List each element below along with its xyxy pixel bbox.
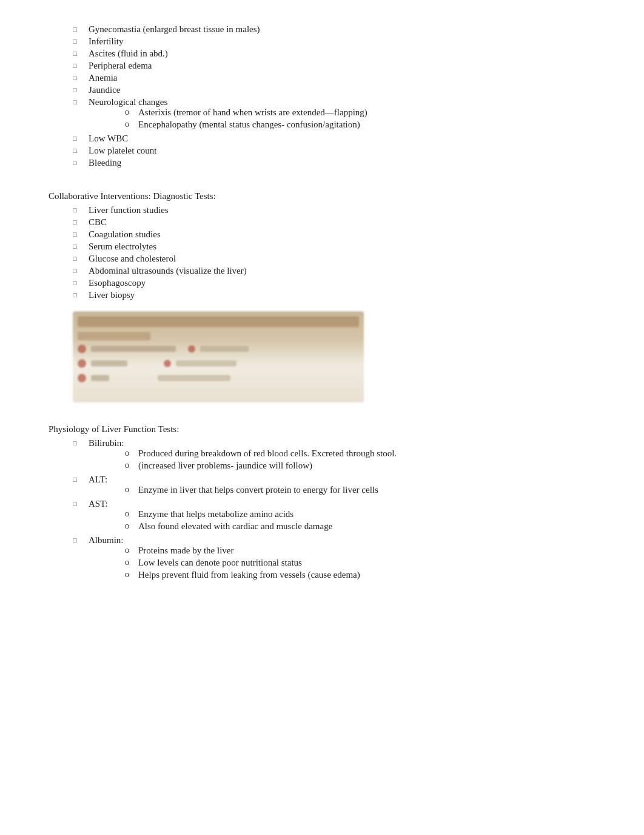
list-item: □ Serum electrolytes <box>49 242 595 252</box>
item-text: Serum electrolytes <box>89 242 156 252</box>
item-text: Peripheral edema <box>89 61 152 71</box>
sub-item-text: Produced during breakdown of red blood c… <box>138 448 397 459</box>
bullet-icon: □ <box>73 279 84 286</box>
sub-list-item: o Proteins made by the liver <box>89 546 360 556</box>
bullet-icon: □ <box>73 439 84 447</box>
item-text: CBC <box>89 217 107 228</box>
item-label: AST: <box>89 499 332 509</box>
list-item: □ Peripheral edema <box>49 61 595 71</box>
list-item: □ Neurological changes o Asterixis (trem… <box>49 97 595 132</box>
top-list-section: □ Gynecomastia (enlarged breast tissue i… <box>49 24 595 168</box>
list-item: □ Jaundice <box>49 85 595 95</box>
sub-bullet-icon: o <box>125 570 133 580</box>
sub-bullet-icon: o <box>125 107 133 117</box>
sub-list-item: o (increased liver problems- jaundice wi… <box>89 461 397 471</box>
item-label: ALT: <box>89 475 378 485</box>
collab-heading: Collaborative Interventions: Diagnostic … <box>49 191 595 201</box>
sub-list-item: o Enzyme that helps metabolize amino aci… <box>89 509 332 519</box>
bullet-icon: □ <box>73 243 84 250</box>
sub-bullet-icon: o <box>125 120 133 129</box>
list-item: □ Liver function studies <box>49 205 595 215</box>
list-item: □ CBC <box>49 217 595 228</box>
sub-bullet-icon: o <box>125 509 133 519</box>
bullet-icon: □ <box>73 218 84 226</box>
item-text: Liver biopsy <box>89 290 135 300</box>
sub-item-text: (increased liver problems- jaundice will… <box>138 461 312 471</box>
blurred-dot-icon <box>188 345 195 353</box>
bullet-icon: □ <box>73 62 84 69</box>
collab-section: Collaborative Interventions: Diagnostic … <box>49 191 595 300</box>
bullet-icon: □ <box>73 86 84 93</box>
sub-bullet-icon: o <box>125 558 133 567</box>
sub-item-text: Asterixis (tremor of hand when wrists ar… <box>138 107 367 118</box>
bullet-icon: □ <box>73 159 84 166</box>
item-text: Low platelet count <box>89 146 156 156</box>
item-text: Low WBC <box>89 134 128 144</box>
list-item: □ Low platelet count <box>49 146 595 156</box>
bullet-icon: □ <box>73 98 84 106</box>
list-item: □ Abdominal ultrasounds (visualize the l… <box>49 266 595 276</box>
sub-list: o Asterixis (tremor of hand when wrists … <box>89 107 367 130</box>
item-text: Infertility <box>89 36 123 47</box>
bullet-icon: □ <box>73 291 84 299</box>
bullet-icon: □ <box>73 25 84 33</box>
item-with-sub: Bilirubin: o Produced during breakdown o… <box>89 438 397 473</box>
item-text: Abdominal ultrasounds (visualize the liv… <box>89 266 247 276</box>
bullet-icon: □ <box>73 500 84 507</box>
list-item: □ Infertility <box>49 36 595 47</box>
item-text: Coagulation studies <box>89 229 161 240</box>
item-text: Glucose and cholesterol <box>89 254 176 264</box>
blurred-content <box>78 345 359 397</box>
item-text: Bleeding <box>89 158 121 168</box>
list-item: □ Gynecomastia (enlarged breast tissue i… <box>49 24 595 35</box>
sub-bullet-icon: o <box>125 546 133 555</box>
item-text: Ascites (fluid in abd.) <box>89 49 168 59</box>
sub-item-text: Low levels can denote poor nutritional s… <box>138 558 302 568</box>
bullet-icon: □ <box>73 206 84 214</box>
sub-bullet-icon: o <box>125 461 133 470</box>
list-item: □ Liver biopsy <box>49 290 595 300</box>
item-label: Albumin: <box>89 535 360 546</box>
sub-item-text: Also found elevated with cardiac and mus… <box>138 521 332 532</box>
item-with-sub: Albumin: o Proteins made by the liver o … <box>89 535 360 582</box>
blurred-row-2 <box>78 359 359 368</box>
list-item-alt: □ ALT: o Enzyme in liver that helps conv… <box>49 475 595 497</box>
list-item: □ Low WBC <box>49 134 595 144</box>
bullet-icon: □ <box>73 476 84 483</box>
sub-list-item: o Asterixis (tremor of hand when wrists … <box>89 107 367 118</box>
list-item: □ Bleeding <box>49 158 595 168</box>
sub-list-item: o Helps prevent fluid from leaking from … <box>89 570 360 580</box>
sub-item-text: Enzyme in liver that helps convert prote… <box>138 485 378 495</box>
list-item: □ Coagulation studies <box>49 229 595 240</box>
item-text: Liver function studies <box>89 205 169 215</box>
blurred-row-1 <box>78 345 359 353</box>
top-list: □ Gynecomastia (enlarged breast tissue i… <box>49 24 595 168</box>
sub-list: o Proteins made by the liver o Low level… <box>89 546 360 580</box>
sub-list: o Produced during breakdown of red blood… <box>89 448 397 471</box>
blurred-dot-icon <box>78 345 86 353</box>
blurred-dot-icon <box>78 374 86 382</box>
blurred-line <box>158 375 230 381</box>
sub-item-text: Enzyme that helps metabolize amino acids <box>138 509 293 519</box>
blurred-line <box>200 346 249 352</box>
sub-list: o Enzyme that helps metabolize amino aci… <box>89 509 332 532</box>
list-item-albumin: □ Albumin: o Proteins made by the liver … <box>49 535 595 582</box>
blurred-line <box>91 360 127 367</box>
list-item: □ Anemia <box>49 73 595 83</box>
sub-bullet-icon: o <box>125 448 133 458</box>
sub-list-item: o Encephalopathy (mental status changes-… <box>89 120 367 130</box>
sub-list: o Enzyme in liver that helps convert pro… <box>89 485 378 495</box>
item-with-sub: AST: o Enzyme that helps metabolize amin… <box>89 499 332 533</box>
item-with-sub: Neurological changes o Asterixis (tremor… <box>89 97 367 132</box>
bullet-icon: □ <box>73 536 84 544</box>
item-text: Esophagoscopy <box>89 278 146 288</box>
bullet-icon: □ <box>73 147 84 154</box>
redacted-image-block <box>73 311 364 402</box>
item-text: Anemia <box>89 73 117 83</box>
bullet-icon: □ <box>73 74 84 81</box>
blurred-line <box>91 375 109 381</box>
item-text: Jaundice <box>89 85 120 95</box>
sub-bullet-icon: o <box>125 521 133 531</box>
sub-item-text: Helps prevent fluid from leaking from ve… <box>138 570 360 580</box>
item-text: Gynecomastia (enlarged breast tissue in … <box>89 24 260 35</box>
